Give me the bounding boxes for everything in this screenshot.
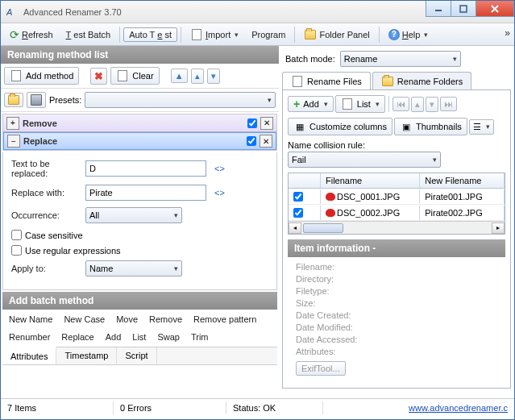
files-icon: [291, 75, 304, 88]
status-items: 7 Items: [1, 401, 114, 414]
exiftool-button[interactable]: ExifTool...: [296, 361, 346, 376]
tab-rename-folders[interactable]: Rename Folders: [372, 72, 471, 90]
col-check[interactable]: [289, 173, 321, 188]
move-up-button-r[interactable]: ▴: [411, 97, 424, 112]
method-remove-enabled[interactable]: [247, 119, 257, 128]
text-to-replace-input[interactable]: [85, 160, 206, 177]
move-last-button[interactable]: ⏭: [440, 97, 457, 111]
folder-open-icon: [8, 95, 19, 105]
renaming-method-header: Renaming method list: [1, 46, 279, 64]
text-to-replace-label: Text to be replaced:: [11, 159, 81, 178]
expand-remove-button[interactable]: +: [6, 117, 19, 130]
case-sensitive-check[interactable]: Case sensitive: [11, 230, 268, 240]
delete-method-button[interactable]: ✖: [90, 68, 107, 85]
bm-remove[interactable]: Remove: [149, 314, 182, 324]
bm-move[interactable]: Move: [116, 314, 138, 324]
bm-trim[interactable]: Trim: [191, 332, 209, 342]
move-first-button[interactable]: ⏮: [392, 97, 409, 111]
tab-timestamp[interactable]: Timestamp: [56, 347, 117, 364]
list-button[interactable]: List▾: [335, 95, 385, 113]
bm-swap[interactable]: Swap: [157, 332, 180, 342]
view-options-button[interactable]: ☰▾: [469, 119, 494, 135]
status-errors: 0 Errors: [114, 401, 226, 414]
use-regex-check[interactable]: Use regular expressions: [11, 245, 268, 256]
auto-test-button[interactable]: Auto Test: [123, 27, 177, 42]
method-replace-row[interactable]: − Replace ✕: [3, 132, 276, 150]
bm-replace[interactable]: Replace: [61, 332, 93, 342]
apply-to-combo[interactable]: Name: [85, 260, 182, 277]
status-link[interactable]: www.advancedrenamer.c: [409, 403, 514, 413]
method-remove-close[interactable]: ✕: [260, 117, 273, 130]
move-up-button[interactable]: ▴: [191, 69, 204, 84]
plus-icon: +: [293, 98, 300, 110]
add-method-button[interactable]: Add method: [4, 67, 79, 85]
tab-script[interactable]: Script: [117, 347, 156, 364]
bm-renumber[interactable]: Renumber: [9, 332, 50, 342]
test-batch-button[interactable]: Test Batch: [60, 27, 117, 42]
batch-mode-combo[interactable]: Rename: [340, 51, 461, 67]
thumbnails-button[interactable]: ▣Thumbnails: [394, 118, 467, 135]
bm-new-case[interactable]: New Case: [64, 314, 105, 324]
add-method-icon: [10, 69, 23, 82]
col-filename[interactable]: Filename: [321, 173, 420, 188]
method-replace-close[interactable]: ✕: [260, 135, 272, 148]
method-remove-row[interactable]: + Remove ✕: [3, 114, 276, 132]
toolbar-overflow[interactable]: »: [505, 27, 510, 39]
import-icon: [190, 28, 203, 41]
collision-combo[interactable]: Fail: [288, 152, 441, 168]
row-check-0[interactable]: [293, 192, 303, 202]
folder-panel-button[interactable]: Folder Panel: [298, 26, 375, 44]
file-type-icon: [326, 209, 335, 217]
bm-add[interactable]: Add: [106, 332, 122, 342]
status-ok: Status: OK: [226, 401, 323, 414]
tab-rename-files[interactable]: Rename Files: [282, 72, 371, 90]
batch-method-links: New Name New Case Move Remove Remove pat…: [2, 310, 277, 347]
move-down-button-r[interactable]: ▾: [426, 97, 438, 112]
occurrence-label: Occurrence:: [11, 210, 81, 220]
col-newfilename[interactable]: New Filename: [420, 173, 505, 188]
help-menu[interactable]: ?Help▾: [383, 27, 434, 43]
minimize-button[interactable]: [426, 1, 451, 17]
close-button[interactable]: [476, 1, 514, 17]
batch-mode-label: Batch mode:: [285, 54, 335, 64]
replace-with-input[interactable]: [85, 185, 206, 201]
scroll-right[interactable]: ▸: [492, 222, 505, 234]
presets-combo[interactable]: [85, 92, 276, 108]
method-list: + Remove ✕ − Replace ✕: [2, 114, 277, 151]
add-files-button[interactable]: +Add▾: [288, 96, 334, 112]
tag-picker-1[interactable]: <>: [214, 164, 225, 173]
folders-icon: [381, 75, 394, 88]
open-preset-button[interactable]: [4, 93, 23, 107]
import-button[interactable]: Import▾: [185, 26, 244, 44]
bm-new-name[interactable]: New Name: [9, 314, 52, 324]
method-replace-enabled[interactable]: [247, 136, 256, 146]
bm-list[interactable]: List: [132, 332, 146, 342]
clear-methods-button[interactable]: Clear: [110, 67, 159, 85]
maximize-button[interactable]: [451, 1, 476, 17]
list-icon: [341, 98, 354, 110]
columns-icon: ▦: [293, 120, 306, 133]
move-down-button[interactable]: ▾: [207, 69, 220, 84]
refresh-icon: ⟳: [10, 28, 19, 41]
save-preset-button[interactable]: [27, 92, 46, 108]
x-icon: ✖: [94, 70, 103, 82]
apply-to-label: Apply to:: [11, 264, 81, 273]
table-row[interactable]: DSC_0002.JPG Pirate002.JPG: [289, 205, 505, 221]
horizontal-scrollbar[interactable]: ◂ ▸: [289, 221, 505, 234]
customize-columns-button[interactable]: ▦Customize columns: [288, 118, 392, 135]
scroll-thumb[interactable]: [303, 223, 343, 233]
row-check-1[interactable]: [293, 208, 303, 218]
svg-rect-1: [435, 10, 442, 11]
table-row[interactable]: DSC_0001.JPG Pirate001.JPG: [289, 189, 505, 205]
tab-attributes[interactable]: Attributes: [2, 347, 56, 364]
collapse-replace-button[interactable]: −: [7, 135, 20, 148]
program-menu[interactable]: Program: [246, 27, 291, 42]
status-bar: 7 Items 0 Errors Status: OK www.advanced…: [1, 398, 514, 416]
bm-remove-pattern[interactable]: Remove pattern: [193, 314, 256, 324]
refresh-button[interactable]: ⟳Refresh: [4, 26, 59, 44]
tag-picker-2[interactable]: <>: [214, 188, 225, 198]
folder-icon: [304, 28, 317, 41]
move-top-button[interactable]: ▲: [171, 69, 188, 83]
occurrence-combo[interactable]: All: [85, 207, 182, 223]
scroll-left[interactable]: ◂: [289, 222, 301, 234]
